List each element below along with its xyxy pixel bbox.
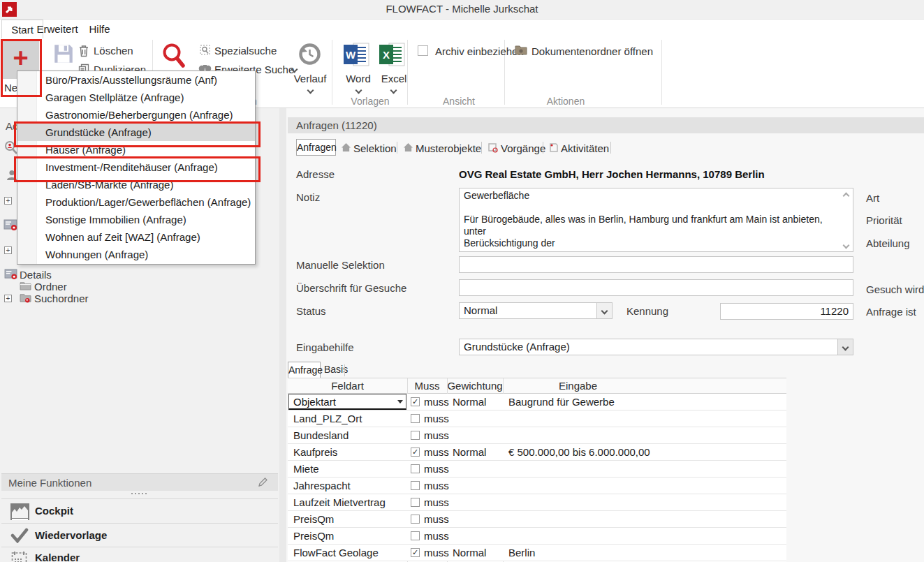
menu-item-wohnen-auf-zeit[interactable]: Wohnen auf Zeit [WAZ] (Anfrage) [17, 228, 255, 246]
menu-item-investment[interactable]: Investment-/Renditehäuser (Anfrage) [17, 158, 255, 176]
table-row[interactable]: Kaufpreis muss Normal € 500.000,00 bis 6… [288, 444, 786, 461]
col-header-gewichtung[interactable]: Gewichtung [447, 380, 503, 392]
sidebar-item-cockpit[interactable]: Cockpit [1, 498, 278, 524]
folder-icon[interactable] [20, 281, 31, 290]
status-select[interactable]: Normal [459, 302, 613, 319]
menu-item-gastronomie[interactable]: Gastronomie/Beherbergungen (Anfrage) [17, 106, 255, 124]
history-chevron-icon[interactable] [307, 87, 314, 94]
delete-button[interactable]: Löschen [94, 45, 133, 57]
tree-expand-icon-2[interactable]: + [4, 246, 12, 254]
group-label-aktionen: Aktionen [531, 96, 601, 107]
muss-checkbox[interactable] [411, 498, 420, 507]
save-icon[interactable] [52, 42, 75, 66]
group-label-ansicht: Ansicht [424, 96, 494, 107]
table-row[interactable]: PreisQm muss [288, 528, 786, 545]
svg-text:X: X [383, 49, 390, 61]
open-document-folder-button[interactable]: Dokumentenordner öffnen [531, 45, 653, 57]
status-dropdown-button[interactable] [596, 303, 612, 318]
menu-item-wohnungen[interactable]: Wohnungen (Anfrage) [17, 246, 255, 263]
muss-checkbox[interactable] [411, 397, 420, 406]
tree-item-details[interactable]: Details [20, 269, 52, 281]
menu-item-laeden[interactable]: Läden/SB-Märkte (Anfrage) [17, 176, 255, 193]
pencil-icon[interactable] [257, 476, 269, 488]
table-row[interactable]: Laufzeit Mietvertrag muss [288, 494, 786, 511]
menu-item-sonstige[interactable]: Sonstige Immobilien (Anfrage) [17, 211, 255, 228]
menu-item-buero[interactable]: Büro/Praxis/Ausstellungsräume (Anf) [17, 71, 255, 89]
tab-selektion[interactable]: Selektion [353, 142, 397, 154]
menu-item-haeuser[interactable]: Häuser (Anfrage) [17, 141, 255, 158]
muss-checkbox[interactable] [411, 481, 420, 490]
adresse-value[interactable]: OVG Real Estate GmbH, Herr Jochen Herman… [459, 168, 765, 180]
word-button[interactable]: Word [341, 73, 376, 84]
manuelle-selektion-label: Manuelle Selektion [296, 259, 385, 271]
excel-chevron-icon[interactable] [390, 87, 397, 94]
anfrage-ist-label: Anfrage ist [866, 306, 916, 318]
tree-item-suchordner[interactable]: Suchordner [34, 293, 89, 304]
muss-checkbox[interactable] [411, 515, 420, 524]
special-search-button[interactable]: Spezialsuche [214, 45, 277, 57]
panel-splitter-handle[interactable] [131, 493, 152, 496]
checkmark-icon [10, 528, 29, 543]
excel-icon[interactable]: X [379, 42, 407, 67]
sidebar-splitter[interactable] [279, 108, 286, 562]
details-card-icon[interactable] [4, 269, 17, 280]
manuelle-selektion-input[interactable] [459, 256, 853, 273]
muss-checkbox[interactable] [411, 414, 420, 423]
tree-item-ordner[interactable]: Ordner [34, 281, 67, 293]
table-row[interactable]: Objektart muss Normal Baugrund für Gewer… [288, 394, 786, 411]
tab-anfragen[interactable]: Anfragen [296, 139, 336, 156]
search-folder-icon[interactable] [20, 293, 31, 303]
gesuch-wird-label: Gesuch wird [866, 283, 924, 295]
table-row[interactable]: FlowFact Geolage muss Normal Berlin [288, 545, 786, 561]
tab-erweitert[interactable]: Erweitert [36, 20, 78, 38]
delete-icon[interactable] [78, 45, 89, 57]
menu-item-produktion[interactable]: Produktion/Lager/Gewerbeflächen (Anfrage… [17, 193, 255, 211]
menu-item-garagen[interactable]: Garagen Stellplätze (Anfrage) [17, 89, 255, 106]
status-value: Normal [464, 304, 497, 316]
table-row[interactable]: Jahrespacht muss [288, 478, 786, 494]
history-icon[interactable] [297, 41, 323, 67]
muss-checkbox[interactable] [411, 448, 420, 457]
title-bar: FLOWFACT - Michelle Jurkschat [0, 0, 924, 20]
muss-checkbox[interactable] [411, 548, 420, 557]
notiz-label: Notiz [296, 191, 320, 203]
kennung-input[interactable]: 11220 [720, 303, 853, 320]
tab-musterobjekte[interactable]: Musterobjekte [416, 142, 481, 154]
eingabehilfe-select[interactable]: Grundstücke (Anfrage) [459, 339, 853, 355]
objektart-combobox[interactable]: Objektart [288, 394, 406, 410]
new-entry-dropdown-menu: Büro/Praxis/Ausstellungsräume (Anf) Gara… [17, 71, 256, 265]
col-header-eingabe[interactable]: Eingabe [503, 380, 653, 392]
table-row[interactable]: Miete muss [288, 461, 786, 478]
details-card-icon-upper[interactable] [3, 219, 17, 231]
tab-vorgaenge[interactable]: Vorgänge [501, 142, 545, 154]
menu-item-grundstuecke[interactable]: Grundstücke (Anfrage) [17, 124, 255, 141]
table-row[interactable]: Land_PLZ_Ort muss [288, 411, 786, 427]
subtab-anfrage[interactable]: Anfrage [288, 362, 321, 378]
notiz-textarea[interactable]: Gewerbefläche Für Bürogebäude, alles was… [459, 188, 853, 252]
word-icon[interactable]: W [344, 42, 372, 67]
suchordner-expand-icon[interactable]: + [4, 295, 12, 302]
my-functions-header[interactable]: Meine Funktionen [1, 473, 278, 491]
eingabehilfe-dropdown-button[interactable] [837, 339, 853, 355]
ueberschrift-input[interactable] [459, 279, 853, 296]
muss-checkbox[interactable] [411, 464, 420, 473]
word-chevron-icon[interactable] [355, 87, 362, 94]
table-row[interactable]: Bundesland muss [288, 427, 786, 444]
archive-checkbox[interactable] [418, 45, 428, 56]
tab-aktivitaeten[interactable]: Aktivitäten [561, 142, 609, 154]
muss-checkbox[interactable] [411, 531, 420, 540]
sidebar-item-kalender[interactable]: Kalender [1, 547, 278, 562]
tree-expand-icon[interactable]: + [4, 197, 12, 205]
adresse-label: Adresse [296, 168, 335, 180]
archive-checkbox-label[interactable]: Archiv einbeziehen [435, 45, 524, 57]
search-icon[interactable] [159, 41, 190, 72]
history-button[interactable]: Verlauf [288, 73, 332, 84]
col-header-muss[interactable]: Muss [407, 380, 447, 392]
dropdown-arrow-icon [397, 400, 403, 404]
tab-hilfe[interactable]: Hilfe [84, 20, 115, 38]
col-header-feldart[interactable]: Feldart [288, 380, 407, 392]
sidebar-item-wiedervorlage[interactable]: Wiedervorlage [1, 523, 278, 547]
table-row[interactable]: PreisQm muss [288, 511, 786, 528]
muss-checkbox[interactable] [411, 431, 420, 440]
excel-button[interactable]: Excel [377, 73, 411, 84]
